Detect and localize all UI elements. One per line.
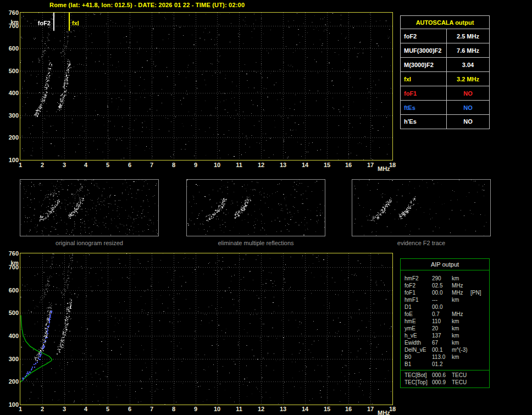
thumbnail-original-ionogram: [20, 179, 159, 236]
aip-row-value: 00.0: [432, 289, 452, 296]
y-tick-label-760: 760: [9, 10, 19, 16]
aip-row-extra: [470, 361, 489, 368]
autoscala-row-m-3000-f2: M(3000)F23.04: [401, 58, 489, 72]
aip-row-unit: MHz: [452, 289, 470, 296]
aip-row-extra: [470, 282, 489, 289]
autoscala-row-label: foF1: [401, 86, 447, 100]
top-plot-x-axis: 123456789101112131415161718MHz: [20, 162, 411, 175]
x-tick-label-11: 11: [236, 162, 242, 168]
x-tick-label-8: 8: [172, 162, 175, 168]
aip-row-label: h_vE: [404, 332, 432, 339]
aip-row-value: 02.5: [432, 282, 452, 289]
x-tick-label-2: 2: [41, 162, 44, 168]
x-tick-label-3: 3: [63, 406, 66, 412]
y-tick-label-400: 400: [9, 90, 19, 96]
autoscala-row-label: fxI: [401, 72, 447, 86]
x-tick-label-3: 3: [63, 162, 66, 168]
x-tick-label-17: 17: [367, 406, 374, 412]
aip-row-extra: [470, 275, 489, 282]
aip-row-unit: MHz: [452, 282, 470, 289]
aip-row-unit: km: [452, 332, 470, 339]
aip-row-value: 290: [432, 275, 452, 282]
autoscala-row-value: 7.6 MHz: [447, 43, 489, 57]
aip-row-label: B0: [404, 353, 432, 361]
aip-row-hmf1: hmF1---km: [404, 296, 489, 303]
autoscala-row-value: 2.5 MHz: [447, 29, 489, 43]
aip-row-extra: [470, 325, 489, 332]
aip-row-deln-ve: DelN_vE00.1m^(-3): [404, 346, 489, 353]
y-tick-label-400: 400: [9, 333, 19, 339]
y-tick-label-100: 100: [9, 157, 19, 163]
y-tick-label-300: 300: [9, 356, 19, 362]
fof2-marker-line: [53, 13, 54, 31]
autoscala-output-table: AUTOSCALA output foF22.5 MHzMUF(3000)F27…: [400, 15, 490, 129]
aip-row-extra: [470, 353, 489, 361]
aip-tec-unit: TECU: [452, 372, 470, 379]
x-tick-label-15: 15: [324, 162, 330, 168]
autoscala-row-value: NO: [447, 86, 489, 100]
aip-row-unit: [452, 361, 470, 368]
aip-row-label: foE: [404, 311, 432, 318]
aip-row-value: 20: [432, 325, 452, 332]
aip-row-label: D1: [404, 303, 432, 311]
aip-row-unit: m^(-3): [452, 346, 470, 353]
aip-row-ewidth: Ewidth67km: [404, 339, 489, 346]
aip-row-label: Ewidth: [404, 339, 432, 346]
aip-tec-label: TEC[Bot]: [404, 372, 432, 379]
x-tick-label-13: 13: [280, 406, 286, 412]
x-tick-label-17: 17: [367, 162, 374, 168]
y-tick-label-600: 600: [9, 46, 19, 52]
autoscala-row-fof2: foF22.5 MHz: [401, 29, 489, 43]
aip-row-extra: [470, 318, 489, 325]
aip-row-unit: MHz: [452, 311, 470, 318]
aip-tec-rows: TEC[Bot]000.6TECUTEC[Top]000.9TECU: [401, 370, 489, 388]
x-axis-unit-label: MHz: [378, 165, 390, 172]
aip-row-extra: [470, 296, 489, 303]
y-tick-label-100: 100: [9, 402, 19, 408]
aip-row-unit: km: [452, 275, 470, 282]
x-tick-label-1: 1: [19, 406, 22, 412]
aip-row-b0: B0113.0km: [404, 353, 489, 361]
bottom-ionogram-plot: [20, 253, 393, 405]
x-tick-label-1: 1: [19, 162, 22, 168]
x-axis-unit-label: MHz: [378, 410, 390, 415]
x-tick-label-11: 11: [236, 406, 242, 412]
aip-row-label: B1: [404, 361, 432, 368]
autoscala-row-label: M(3000)F2: [401, 58, 447, 71]
autoscala-row-value: NO: [447, 101, 489, 114]
aip-row-unit: km: [452, 325, 470, 332]
autoscala-row-h-es: h'EsNO: [401, 115, 489, 129]
station-date-time-title: Rome (lat: +41.8, lon: 012.5) - DATE: 20…: [49, 2, 245, 8]
aip-tec-label: TEC[Top]: [404, 379, 432, 386]
x-tick-label-10: 10: [214, 162, 220, 168]
aip-row-value: 113.0: [432, 353, 452, 361]
x-tick-label-7: 7: [150, 406, 153, 412]
aip-row-label: foF1: [404, 289, 432, 296]
aip-row-value: ---: [432, 296, 452, 303]
x-tick-label-4: 4: [84, 406, 87, 412]
x-tick-label-14: 14: [302, 162, 308, 168]
x-tick-label-8: 8: [172, 406, 175, 412]
x-tick-label-10: 10: [214, 406, 220, 412]
aip-row-value: 137: [432, 332, 452, 339]
aip-row-unit: km: [452, 296, 470, 303]
aip-row-h-ve: h_vE137km: [404, 332, 489, 339]
y-tick-label-200: 200: [9, 379, 19, 385]
y-tick-label-200: 200: [9, 135, 19, 141]
aip-row-extra: [PN]: [470, 289, 489, 296]
y-tick-label-600: 600: [9, 287, 19, 294]
y-tick-label-500: 500: [9, 310, 19, 316]
aip-row-value: 110: [432, 318, 452, 325]
aip-row-label: DelN_vE: [404, 346, 432, 353]
thumbnail-eliminate-reflections-canvas: [187, 180, 325, 236]
x-tick-label-9: 9: [194, 406, 197, 412]
bottom-plot-x-axis: 123456789101112131415161718MHz: [20, 406, 411, 415]
thumbnail-caption-original: original ionogram resized: [20, 240, 159, 246]
fxi-marker-line: [69, 13, 70, 31]
aip-row-hme: hmE110km: [404, 318, 489, 325]
thumbnail-evidence-f2-trace: [352, 179, 491, 236]
autoscala-row-label: MUF(3000)F2: [401, 43, 447, 57]
x-tick-label-15: 15: [324, 406, 330, 412]
aip-row-label: ymE: [404, 325, 432, 332]
autoscala-row-value: 3.2 MHz: [447, 72, 489, 86]
